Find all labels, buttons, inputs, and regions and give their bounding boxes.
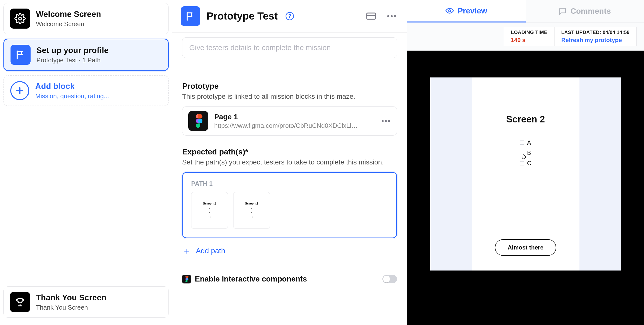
block-subtitle: Prototype Test · 1 Path: [36, 56, 108, 64]
preview-canvas: Screen 2 AB C Almost there: [407, 50, 644, 325]
card-settings-icon[interactable]: [364, 11, 378, 21]
path-label: PATH 1: [191, 180, 388, 187]
add-block-subtitle: Mission, question, rating...: [35, 92, 109, 100]
add-path-button[interactable]: ＋ Add path: [182, 247, 397, 255]
more-menu-icon[interactable]: [385, 14, 398, 18]
block-thank-you-screen[interactable]: Thank You Screen Thank You Screen: [4, 286, 169, 318]
figma-icon: [188, 111, 208, 131]
paths-subtext: Set the path(s) you expect testers to ta…: [182, 158, 397, 166]
gear-icon: [10, 8, 30, 28]
block-welcome-screen[interactable]: Welcome Screen Welcome Screen: [4, 3, 169, 34]
preview-screen[interactable]: Screen 2 AB C Almost there: [472, 77, 580, 271]
svg-point-10: [198, 119, 202, 123]
svg-point-15: [186, 278, 188, 280]
trophy-icon: [10, 292, 30, 312]
preview-device-frame: Screen 2 AB C Almost there: [430, 77, 621, 271]
preview-panel: Preview Comments LOADING TIME 140 s LAST…: [407, 0, 644, 325]
block-subtitle: Welcome Screen: [36, 20, 101, 28]
add-path-label: Add path: [196, 247, 225, 255]
svg-point-4: [394, 15, 396, 17]
loading-time-label: LOADING TIME: [511, 29, 547, 35]
almost-there-button[interactable]: Almost there: [495, 239, 556, 256]
blocks-sidebar: Welcome Screen Welcome Screen Set up you…: [0, 0, 172, 325]
last-updated-label: LAST UPDATED: 04/04 14:59: [561, 29, 630, 35]
interactive-components-toggle[interactable]: [382, 275, 397, 283]
checkbox-icon: [520, 161, 524, 165]
svg-rect-1: [367, 13, 376, 19]
path-screen-thumb[interactable]: Screen 1ABC: [191, 192, 228, 229]
editor-header: Prototype Test ?: [172, 0, 407, 32]
flag-icon: [10, 45, 30, 65]
path-1-container[interactable]: PATH 1 Screen 1ABCScreen 2ABC: [182, 172, 397, 238]
prototype-name: Page 1: [214, 113, 361, 121]
add-block-title: Add block: [35, 82, 109, 91]
figma-icon: [182, 275, 191, 284]
svg-point-2: [387, 15, 389, 17]
prototype-heading: Prototype: [182, 82, 397, 91]
plus-circle-icon: [10, 81, 29, 100]
loading-time-box: LOADING TIME 140 s: [504, 27, 554, 46]
last-updated-box: LAST UPDATED: 04/04 14:59 Refresh my pro…: [554, 27, 637, 46]
tab-label: Preview: [458, 6, 487, 15]
paths-heading: Expected path(s)*: [182, 147, 397, 156]
editor-panel: Prototype Test ? Give testers details to…: [172, 0, 407, 325]
svg-point-3: [391, 15, 393, 17]
tab-label: Comments: [570, 6, 611, 16]
block-title: Set up your profile: [36, 46, 108, 55]
mission-details-input[interactable]: Give testers details to complete the mis…: [182, 37, 397, 58]
flag-icon: [181, 6, 200, 26]
cursor-icon: [521, 153, 528, 160]
loading-time-value: 140 s: [511, 37, 547, 43]
refresh-prototype-link[interactable]: Refresh my prototype: [561, 37, 630, 43]
preview-option[interactable]: A: [520, 139, 531, 146]
tab-preview[interactable]: Preview: [407, 0, 526, 22]
preview-status-bar: LOADING TIME 140 s LAST UPDATED: 04/04 1…: [407, 22, 644, 50]
block-title: Thank You Screen: [36, 293, 106, 302]
preview-tabs: Preview Comments: [407, 0, 644, 22]
help-icon[interactable]: ?: [286, 12, 294, 20]
path-screen-thumb[interactable]: Screen 2ABC: [233, 192, 270, 229]
preview-option[interactable]: C: [520, 160, 531, 167]
prototype-subtext: This prototype is linked to all mission …: [182, 93, 397, 100]
toggle-label: Enable interactive components: [195, 275, 307, 284]
interactive-components-row: Enable interactive components: [182, 275, 397, 284]
block-title: Welcome Screen: [36, 9, 101, 19]
svg-point-16: [449, 10, 451, 12]
block-subtitle: Thank You Screen: [36, 304, 106, 311]
preview-option[interactable]: B: [520, 150, 531, 156]
editor-title: Prototype Test: [206, 10, 278, 22]
prototype-card[interactable]: Page 1 https://www.figma.com/proto/CbRuC…: [182, 106, 397, 136]
block-prototype-test[interactable]: Set up your profile Prototype Test · 1 P…: [4, 39, 169, 71]
tab-comments[interactable]: Comments: [526, 0, 644, 22]
add-block-button[interactable]: Add block Mission, question, rating...: [4, 75, 169, 106]
screen-title: Screen 2: [506, 114, 545, 125]
checkbox-icon: [520, 140, 524, 145]
prototype-url: https://www.figma.com/proto/CbRuCNd0XDCl…: [214, 122, 361, 129]
prototype-more-icon[interactable]: •••: [382, 117, 391, 125]
